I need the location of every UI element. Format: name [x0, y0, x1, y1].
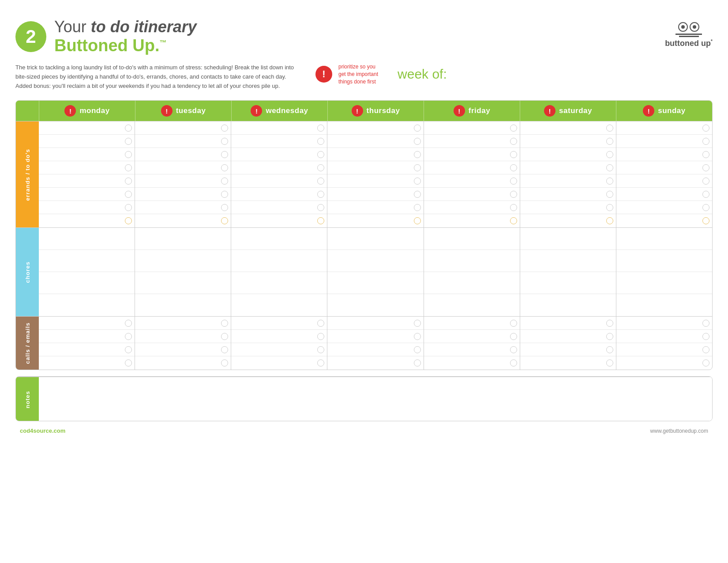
checkbox[interactable]	[414, 217, 421, 224]
checkbox[interactable]	[317, 125, 324, 132]
checkbox[interactable]	[606, 320, 613, 327]
checkbox[interactable]	[510, 125, 517, 132]
table-row	[424, 214, 520, 227]
checkbox[interactable]	[414, 333, 421, 340]
checkbox[interactable]	[414, 191, 421, 198]
checkbox[interactable]	[125, 217, 132, 224]
checkbox[interactable]	[317, 320, 324, 327]
friday-label: friday	[469, 106, 490, 115]
checkbox[interactable]	[702, 178, 709, 185]
checkbox[interactable]	[702, 320, 709, 327]
checkbox[interactable]	[317, 346, 324, 353]
checkbox[interactable]	[702, 333, 709, 340]
footer-left-text: cod4source.com	[20, 427, 65, 434]
checkbox[interactable]	[414, 204, 421, 211]
checkbox[interactable]	[221, 178, 228, 185]
checkbox[interactable]	[221, 151, 228, 158]
checkbox[interactable]	[606, 217, 613, 224]
checkbox[interactable]	[125, 346, 132, 353]
checkbox[interactable]	[606, 125, 613, 132]
checkbox[interactable]	[414, 138, 421, 145]
checkbox[interactable]	[414, 346, 421, 353]
checkbox[interactable]	[414, 178, 421, 185]
checkbox[interactable]	[317, 204, 324, 211]
checkbox[interactable]	[702, 151, 709, 158]
checkbox[interactable]	[510, 204, 517, 211]
checkbox[interactable]	[317, 151, 324, 158]
checkbox[interactable]	[317, 217, 324, 224]
checkbox[interactable]	[125, 191, 132, 198]
checkbox[interactable]	[221, 204, 228, 211]
checkbox[interactable]	[606, 346, 613, 353]
calls-thursday	[327, 317, 423, 370]
table-row	[39, 228, 135, 250]
table-row	[424, 148, 520, 161]
checkbox[interactable]	[702, 359, 709, 367]
checkbox[interactable]	[606, 191, 613, 198]
checkbox[interactable]	[317, 178, 324, 185]
checkbox[interactable]	[221, 217, 228, 224]
checkbox[interactable]	[125, 138, 132, 145]
checkbox[interactable]	[125, 359, 132, 367]
checkbox[interactable]	[221, 138, 228, 145]
checkbox[interactable]	[606, 164, 613, 171]
checkbox[interactable]	[510, 346, 517, 353]
table-row	[135, 343, 231, 356]
logo-buttons-icon	[678, 22, 699, 32]
checkbox[interactable]	[606, 204, 613, 211]
checkbox[interactable]	[702, 164, 709, 171]
checkbox[interactable]	[125, 204, 132, 211]
checkbox[interactable]	[317, 164, 324, 171]
checkbox[interactable]	[606, 178, 613, 185]
checkbox[interactable]	[510, 164, 517, 171]
table-row	[616, 330, 712, 343]
checkbox[interactable]	[221, 125, 228, 132]
day-header-row: ! monday ! tuesday ! wednesday ! thursda…	[16, 101, 712, 121]
checkbox[interactable]	[510, 359, 517, 367]
calls-tuesday	[135, 317, 231, 370]
checkbox[interactable]	[606, 138, 613, 145]
checkbox[interactable]	[510, 217, 517, 224]
errands-label: errands / to do's	[24, 149, 31, 201]
checkbox[interactable]	[317, 359, 324, 367]
checkbox[interactable]	[414, 320, 421, 327]
checkbox[interactable]	[606, 359, 613, 367]
checkbox[interactable]	[702, 125, 709, 132]
day-col-friday: ! friday	[424, 101, 520, 121]
checkbox[interactable]	[510, 333, 517, 340]
checkbox[interactable]	[510, 178, 517, 185]
checkbox[interactable]	[125, 178, 132, 185]
checkbox[interactable]	[414, 125, 421, 132]
checkbox[interactable]	[510, 138, 517, 145]
checkbox[interactable]	[221, 359, 228, 367]
checkbox[interactable]	[317, 333, 324, 340]
checkbox[interactable]	[414, 151, 421, 158]
checkbox[interactable]	[317, 191, 324, 198]
checkbox[interactable]	[510, 151, 517, 158]
checkbox[interactable]	[702, 217, 709, 224]
checkbox[interactable]	[221, 320, 228, 327]
notes-content[interactable]	[39, 377, 712, 421]
checkbox[interactable]	[221, 191, 228, 198]
checkbox[interactable]	[125, 125, 132, 132]
checkbox[interactable]	[125, 320, 132, 327]
checkbox[interactable]	[125, 164, 132, 171]
checkbox[interactable]	[606, 333, 613, 340]
table-row	[135, 174, 231, 188]
checkbox[interactable]	[221, 164, 228, 171]
checkbox[interactable]	[221, 346, 228, 353]
checkbox[interactable]	[414, 359, 421, 367]
checkbox[interactable]	[702, 204, 709, 211]
checkbox[interactable]	[510, 191, 517, 198]
checkbox[interactable]	[125, 333, 132, 340]
checkbox[interactable]	[606, 151, 613, 158]
checkbox[interactable]	[414, 164, 421, 171]
calls-section: calls / emails	[16, 316, 712, 370]
checkbox[interactable]	[702, 191, 709, 198]
checkbox[interactable]	[510, 320, 517, 327]
checkbox[interactable]	[221, 333, 228, 340]
checkbox[interactable]	[702, 346, 709, 353]
checkbox[interactable]	[125, 151, 132, 158]
checkbox[interactable]	[702, 138, 709, 145]
checkbox[interactable]	[317, 138, 324, 145]
